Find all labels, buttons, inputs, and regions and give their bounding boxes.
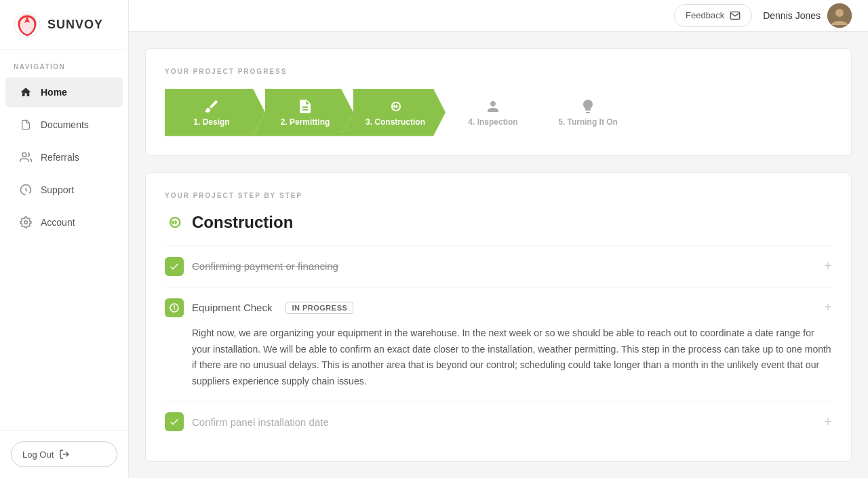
turning-on-icon: [580, 98, 596, 115]
task-panel-label: Confirm panel installation date: [192, 416, 329, 428]
nav-label: NAVIGATION: [0, 49, 128, 76]
home-icon: [19, 85, 33, 99]
user-area: Dennis Jones: [763, 3, 852, 28]
progress-card: YOUR PROJECT PROGRESS 1. Design 2. Permi…: [145, 48, 852, 156]
sidebar-item-home[interactable]: Home: [5, 77, 123, 107]
step-design: 1. Design: [165, 89, 265, 136]
avatar: [827, 3, 852, 28]
nav-items: Home Documents Referrals Support Account: [0, 76, 128, 430]
task-panel: Confirm panel installation date +: [165, 401, 832, 442]
construction-title: Construction: [192, 213, 293, 232]
task-equipment-check: [165, 298, 184, 317]
sidebar-item-support-label: Support: [41, 184, 74, 195]
account-icon: [19, 216, 33, 229]
logout-button[interactable]: Log Out: [11, 441, 117, 467]
task-payment-label: Confirming payment or financing: [192, 260, 338, 272]
sidebar-item-account[interactable]: Account: [5, 207, 123, 237]
feedback-button[interactable]: Feedback: [674, 4, 752, 27]
sidebar-item-account-label: Account: [41, 217, 75, 228]
svg-point-5: [835, 9, 844, 17]
construction-icon-step: [387, 98, 403, 115]
progress-steps: 1. Design 2. Permitting 3. Construction …: [165, 89, 832, 136]
step-design-label: 1. Design: [193, 117, 229, 127]
feedback-label: Feedback: [686, 10, 724, 20]
step-permitting-label: 2. Permitting: [281, 117, 330, 127]
mail-icon: [730, 10, 741, 21]
user-name: Dennis Jones: [763, 10, 821, 21]
task-payment-header: Confirming payment or financing +: [165, 257, 832, 276]
task-payment: Confirming payment or financing +: [165, 245, 832, 287]
task-equipment-description: Right now, we are organizing your equipm…: [192, 325, 832, 390]
step-permitting: 2. Permitting: [253, 89, 353, 136]
header: Feedback Dennis Jones: [129, 0, 868, 32]
sidebar-item-documents-label: Documents: [41, 119, 89, 130]
step-inspection: 4. Inspection: [446, 89, 540, 136]
sidebar-item-referrals[interactable]: Referrals: [5, 142, 123, 172]
sidebar-item-referrals-label: Referrals: [41, 152, 79, 163]
step-construction-label: 3. Construction: [366, 117, 425, 127]
task-equipment-badge: IN PROGRESS: [285, 302, 353, 314]
sidebar-item-home-label: Home: [41, 87, 67, 98]
sidebar: SUNVOY NAVIGATION Home Documents Referra…: [0, 0, 129, 478]
logout-icon: [59, 449, 70, 460]
task-equipment-expand[interactable]: +: [824, 300, 832, 315]
construction-header: Construction: [165, 213, 832, 232]
design-icon: [203, 98, 220, 115]
task-panel-left: Confirm panel installation date: [165, 412, 329, 431]
document-icon: [19, 118, 33, 132]
progress-section-label: YOUR PROJECT PROGRESS: [165, 68, 832, 75]
task-payment-expand[interactable]: +: [824, 258, 832, 274]
step-turning-it-on: 5. Turning It On: [540, 89, 635, 136]
content: YOUR PROJECT PROGRESS 1. Design 2. Permi…: [129, 32, 868, 478]
task-equipment-label: Equipment Check: [192, 302, 272, 313]
sunvoy-logo-icon: [14, 11, 41, 38]
task-equipment: Equipment Check IN PROGRESS + Right now,…: [165, 287, 832, 401]
inspection-icon: [485, 98, 501, 115]
task-equipment-left: Equipment Check IN PROGRESS: [165, 298, 353, 317]
task-payment-left: Confirming payment or financing: [165, 257, 338, 276]
sidebar-item-support[interactable]: Support: [5, 175, 123, 205]
permitting-icon: [297, 98, 313, 115]
referrals-icon: [19, 151, 33, 164]
step-by-step-card: YOUR PROJECT STEP BY STEP Construction C…: [145, 172, 852, 462]
construction-section-icon: [165, 213, 184, 232]
logout-area: Log Out: [0, 430, 128, 478]
app-name: SUNVOY: [47, 18, 103, 32]
svg-point-2: [24, 221, 28, 224]
svg-point-7: [174, 308, 175, 310]
task-panel-expand[interactable]: +: [824, 414, 832, 430]
support-icon: [19, 183, 33, 197]
svg-point-1: [22, 153, 26, 157]
task-panel-check: [165, 412, 184, 431]
task-equipment-header: Equipment Check IN PROGRESS +: [165, 298, 832, 317]
sidebar-item-documents[interactable]: Documents: [5, 110, 123, 140]
task-panel-header: Confirm panel installation date +: [165, 412, 832, 431]
step-by-step-label: YOUR PROJECT STEP BY STEP: [165, 192, 832, 199]
step-construction: 3. Construction: [341, 89, 446, 136]
main-area: Feedback Dennis Jones YOUR PROJECT PROGR…: [129, 0, 868, 478]
logout-label: Log Out: [22, 450, 54, 460]
task-payment-check: [165, 257, 184, 276]
step-inspection-label: 4. Inspection: [468, 117, 517, 127]
step-turning-on-label: 5. Turning It On: [558, 117, 618, 127]
logo-area: SUNVOY: [0, 0, 128, 49]
